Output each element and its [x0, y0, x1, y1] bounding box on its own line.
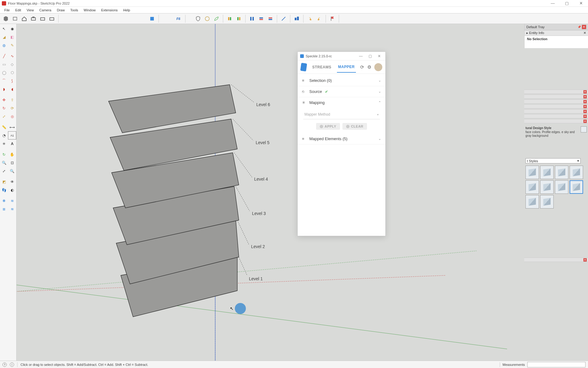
tray-strip-6[interactable]: ✕ — [524, 114, 588, 118]
mat-tool-icon[interactable]: ◍ — [0, 41, 8, 49]
clear-button[interactable]: CLEAR — [342, 123, 367, 130]
tb-tool-b-icon[interactable] — [235, 15, 243, 23]
orbit-tool-icon[interactable]: ◉ — [8, 25, 17, 33]
tb-arrow2-icon[interactable] — [315, 15, 323, 23]
tray-header[interactable]: Default Tray 📌✕ — [525, 24, 588, 30]
offset-tool-icon[interactable]: ◎ — [8, 112, 17, 121]
panel-close-icon[interactable]: ✕ — [583, 31, 586, 35]
ext4-icon[interactable]: ≋ — [8, 205, 17, 213]
style-thumb-2[interactable] — [540, 166, 554, 179]
style-thumb-icon[interactable] — [581, 126, 587, 132]
tb-globe-icon[interactable] — [203, 15, 211, 23]
speckle-max-icon[interactable]: ▢ — [366, 54, 374, 58]
scale-tool-icon[interactable]: ⤢ — [0, 112, 8, 121]
menu-window[interactable]: Window — [81, 8, 98, 13]
apply-button[interactable]: APPLY — [316, 123, 340, 130]
info-icon[interactable]: i — [10, 362, 14, 367]
orbit2-tool-icon[interactable]: ↻ — [0, 150, 8, 159]
style-thumb-9[interactable] — [525, 195, 539, 209]
dim-tool-icon[interactable]: ⟷ — [8, 123, 17, 131]
speckle-min-icon[interactable]: — — [357, 54, 365, 58]
maximize-button[interactable]: ▢ — [560, 0, 574, 7]
poly-tool-icon[interactable]: ⬡ — [8, 68, 17, 77]
menu-tools[interactable]: Tools — [68, 8, 81, 13]
tb-box-icon[interactable] — [11, 15, 19, 23]
tb-bluecube-icon[interactable] — [148, 15, 156, 23]
zoom-tool-icon[interactable]: 🔍 — [0, 159, 8, 167]
row-mapping[interactable]: ✳ Mapping ⌃ — [298, 97, 385, 108]
zoomprev-tool-icon[interactable]: 🔍 — [8, 167, 17, 175]
tray-strip-7[interactable]: ✕ — [524, 119, 588, 123]
pencil2-icon[interactable]: ✎ — [8, 41, 17, 49]
tray-strip-1[interactable]: ✕ — [524, 90, 588, 94]
style-thumb-10[interactable] — [540, 195, 554, 209]
pan-tool-icon[interactable]: ✋ — [8, 150, 17, 159]
tb-fx-icon[interactable]: F6 — [175, 15, 183, 23]
zoomext-tool-icon[interactable]: ⤢ — [0, 167, 8, 175]
circle-tool-icon[interactable]: ◯ — [0, 68, 8, 77]
axes-tool-icon[interactable]: ✳ — [0, 140, 8, 148]
paint-tool-icon[interactable]: ◢ — [0, 33, 8, 41]
tray-strip-5[interactable]: ✕ — [524, 109, 588, 113]
tray-pin-icon[interactable]: 📌 — [577, 25, 581, 29]
line-tool-icon[interactable]: ╱ — [0, 52, 8, 60]
tray-strip-2[interactable]: ✕ — [524, 94, 588, 99]
arc-tool-icon[interactable]: ⌒ — [0, 77, 8, 85]
tb-house-icon[interactable] — [20, 15, 28, 23]
tape-tool-icon[interactable]: 📏 — [0, 123, 8, 131]
style-thumb-1[interactable] — [525, 166, 539, 179]
style-thumb-8[interactable] — [570, 180, 583, 194]
refresh-icon[interactable]: ⟳ — [360, 64, 364, 70]
avatar[interactable] — [374, 63, 382, 71]
tb-group1-icon[interactable] — [293, 15, 301, 23]
style-thumb-5[interactable] — [525, 180, 539, 194]
tb-leaf-icon[interactable] — [212, 15, 220, 23]
help-icon[interactable]: ? — [2, 362, 7, 367]
tray-close-icon[interactable]: ✕ — [582, 25, 586, 29]
row-source[interactable]: ⎋ Source ✔ ⌄ — [298, 86, 385, 97]
look-tool-icon[interactable]: 👁 — [8, 178, 17, 186]
select-tool-icon[interactable]: ↖ — [0, 25, 8, 33]
menu-extensions[interactable]: Extensions — [99, 8, 120, 13]
tab-mapper[interactable]: MAPPER — [337, 62, 356, 73]
tb-shield-icon[interactable] — [194, 15, 202, 23]
pie-tool-icon[interactable]: ◗ — [0, 85, 8, 93]
tb-diag-icon[interactable] — [280, 15, 288, 23]
tb-flip2-icon[interactable] — [257, 15, 265, 23]
speckle-titlebar[interactable]: Speckle 2.15.0-rc — ▢ ✕ — [298, 52, 385, 60]
rotrect-tool-icon[interactable]: ◇ — [8, 60, 17, 68]
tb-flip1-icon[interactable] — [248, 15, 256, 23]
menu-file[interactable]: File — [2, 8, 12, 13]
speckle-window[interactable]: Speckle 2.15.0-rc — ▢ ✕ STREAMS MAPPER ⟳… — [297, 52, 386, 236]
protractor-tool-icon[interactable]: ◔ — [0, 131, 8, 140]
entity-info-header[interactable]: ▸ Entity Info ✕ — [525, 30, 588, 36]
tab-streams[interactable]: STREAMS — [311, 62, 332, 72]
style-thumb-7[interactable] — [555, 180, 568, 194]
style-thumb-3[interactable] — [555, 166, 568, 179]
gear-icon[interactable]: ⚙ — [367, 64, 371, 70]
pie2-tool-icon[interactable]: ◖ — [8, 85, 17, 93]
style-thumb-4[interactable] — [570, 166, 583, 179]
move-tool-icon[interactable]: ✥ — [0, 96, 8, 104]
tb-home-icon[interactable] — [2, 15, 10, 23]
tb-flip3-icon[interactable] — [266, 15, 274, 23]
speckle-close-icon[interactable]: ✕ — [376, 54, 383, 58]
tb-flag-icon[interactable] — [328, 15, 336, 23]
zoomwin-tool-icon[interactable]: ⊡ — [8, 159, 17, 167]
walk-tool-icon[interactable]: 👣 — [0, 186, 8, 194]
menu-draw[interactable]: Draw — [54, 8, 67, 13]
tb-case-icon[interactable] — [29, 15, 37, 23]
section-tool-icon[interactable]: ◩ — [0, 178, 8, 186]
rotate-tool-icon[interactable]: ↻ — [0, 104, 8, 112]
style-select[interactable]: t Styles ▾ — [525, 158, 581, 163]
minimize-button[interactable]: — — [546, 0, 560, 7]
tray-strip-3[interactable]: ✕ — [524, 99, 588, 104]
ext1-icon[interactable]: ❋ — [0, 197, 8, 205]
row-mapped-elements[interactable]: ≡ Mapped Elements (5) ⌄ — [298, 133, 385, 144]
eraser-tool-icon[interactable]: ◧ — [8, 33, 17, 41]
mapper-method-select[interactable]: Mapper Method ▾ — [303, 110, 380, 119]
close-button[interactable]: ✕ — [574, 0, 588, 7]
tray-strip-4[interactable]: ✕ — [524, 104, 588, 109]
tb-box3-icon[interactable] — [48, 15, 56, 23]
tb-box2-icon[interactable] — [39, 15, 47, 23]
